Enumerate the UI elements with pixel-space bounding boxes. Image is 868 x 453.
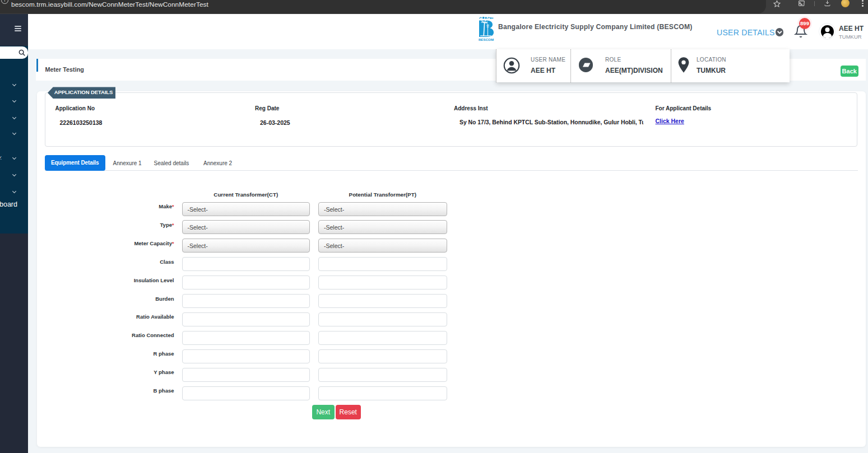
svg-text:BESCOM: BESCOM [479, 38, 494, 41]
